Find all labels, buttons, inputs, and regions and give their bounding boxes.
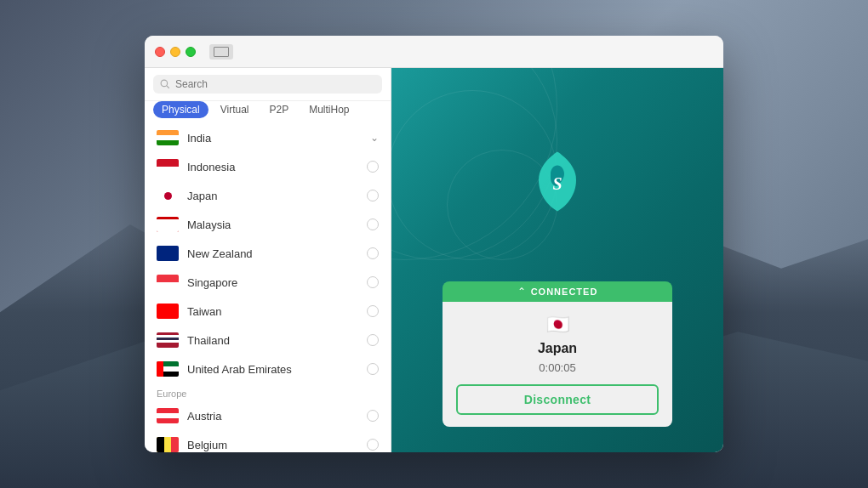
radio-thailand [367, 334, 379, 346]
country-name-indonesia: Indonesia [187, 161, 358, 173]
server-item-thailand[interactable]: Thailand [145, 326, 391, 355]
connected-timer: 0:00:05 [539, 361, 575, 374]
country-name-uae: United Arab Emirates [187, 363, 358, 376]
section-header-europe: Europe [145, 383, 391, 401]
flag-thailand [157, 332, 179, 348]
radio-belgium [367, 439, 379, 451]
country-name-singapore: Singapore [187, 276, 358, 289]
radio-austria [367, 410, 379, 422]
svg-line-1 [167, 86, 169, 88]
tab-virtual[interactable]: Virtual [212, 101, 258, 118]
radio-malaysia [367, 218, 379, 230]
tab-multihop[interactable]: MultiHop [300, 101, 357, 118]
flag-japan [157, 188, 179, 203]
connected-body: 🇯🇵 Japan 0:00:05 Disconnect [443, 302, 672, 427]
server-item-austria[interactable]: Austria [145, 401, 391, 430]
server-item-singapore[interactable]: Singapore [145, 268, 391, 297]
fullscreen-button[interactable] [186, 47, 196, 57]
connected-country: Japan [538, 341, 577, 356]
flag-nz [157, 246, 179, 261]
tab-physical[interactable]: Physical [153, 101, 208, 118]
server-list: India ⌄ Indonesia Japan [145, 123, 391, 452]
window-mode-button[interactable] [209, 44, 233, 60]
server-item-taiwan[interactable]: Taiwan [145, 297, 391, 326]
connected-header: ⌃ CONNECTED [443, 281, 672, 302]
country-name-taiwan: Taiwan [187, 305, 358, 318]
vpn-logo: S [532, 150, 583, 217]
minimize-button[interactable] [170, 47, 180, 57]
connected-panel: ⌃ CONNECTED 🇯🇵 Japan 0:00:05 Disconnect [443, 281, 672, 427]
left-panel: Physical Virtual P2P MultiHop India ⌄ [145, 68, 391, 452]
flag-taiwan [157, 304, 179, 319]
server-item-new-zealand[interactable]: New Zealand [145, 239, 391, 268]
country-name-malaysia: Malaysia [187, 218, 358, 231]
right-panel: S ⌃ CONNECTED 🇯🇵 Japan 0:00:05 Disconnec… [391, 68, 723, 452]
radio-nz [367, 247, 379, 259]
flag-belgium [157, 437, 179, 452]
tab-p2p[interactable]: P2P [260, 101, 297, 118]
flag-malaysia [157, 217, 179, 232]
disconnect-button[interactable]: Disconnect [456, 384, 659, 415]
search-bar [145, 68, 391, 101]
country-name-japan: Japan [187, 190, 358, 202]
radio-uae [367, 363, 379, 375]
tabs-row: Physical Virtual P2P MultiHop [145, 101, 391, 123]
country-name-nz: New Zealand [187, 247, 358, 260]
server-item-india[interactable]: India ⌄ [145, 123, 391, 152]
main-content: Physical Virtual P2P MultiHop India ⌄ [145, 68, 723, 452]
radio-taiwan [367, 305, 379, 317]
country-name-belgium: Belgium [187, 439, 358, 451]
country-name-india: India [187, 132, 362, 145]
expand-arrow-india: ⌄ [370, 132, 379, 144]
country-name-thailand: Thailand [187, 334, 358, 347]
flag-austria [157, 408, 179, 423]
search-input[interactable] [175, 78, 375, 90]
server-item-indonesia[interactable]: Indonesia [145, 152, 391, 181]
connected-flag: 🇯🇵 [546, 314, 569, 336]
traffic-lights [155, 47, 196, 57]
app-window: Physical Virtual P2P MultiHop India ⌄ [145, 36, 723, 452]
server-item-belgium[interactable]: Belgium [145, 430, 391, 452]
radio-singapore [367, 276, 379, 288]
connected-status-label: CONNECTED [531, 287, 598, 297]
server-item-japan[interactable]: Japan [145, 181, 391, 210]
flag-uae [157, 361, 179, 377]
svg-text:S: S [552, 173, 562, 192]
flag-india [157, 130, 179, 145]
flag-indonesia [157, 159, 179, 174]
close-button[interactable] [155, 47, 165, 57]
search-icon [160, 79, 170, 89]
server-item-malaysia[interactable]: Malaysia [145, 210, 391, 239]
chevron-up-icon: ⌃ [517, 286, 526, 298]
flag-singapore [157, 275, 179, 290]
country-name-austria: Austria [187, 410, 358, 423]
title-bar [145, 36, 723, 68]
radio-indonesia [367, 161, 379, 173]
search-wrapper [153, 75, 382, 94]
radio-japan [367, 190, 379, 201]
server-item-uae[interactable]: United Arab Emirates [145, 355, 391, 383]
